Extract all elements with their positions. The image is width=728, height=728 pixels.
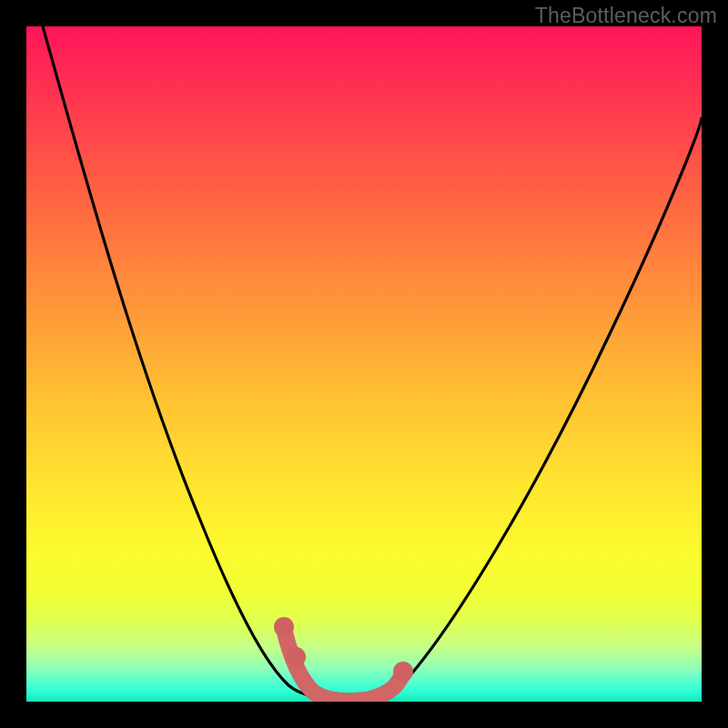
curve-layer: [26, 26, 702, 702]
chart-frame: TheBottleneck.com: [0, 0, 728, 728]
bottleneck-curve: [43, 26, 702, 701]
valley-dot-icon: [274, 617, 294, 637]
watermark-text: TheBottleneck.com: [535, 4, 717, 28]
valley-dot-icon: [286, 647, 306, 667]
plot-area: [26, 26, 702, 702]
valley-dot-icon: [393, 662, 413, 682]
valley-highlight-stroke: [285, 632, 403, 701]
